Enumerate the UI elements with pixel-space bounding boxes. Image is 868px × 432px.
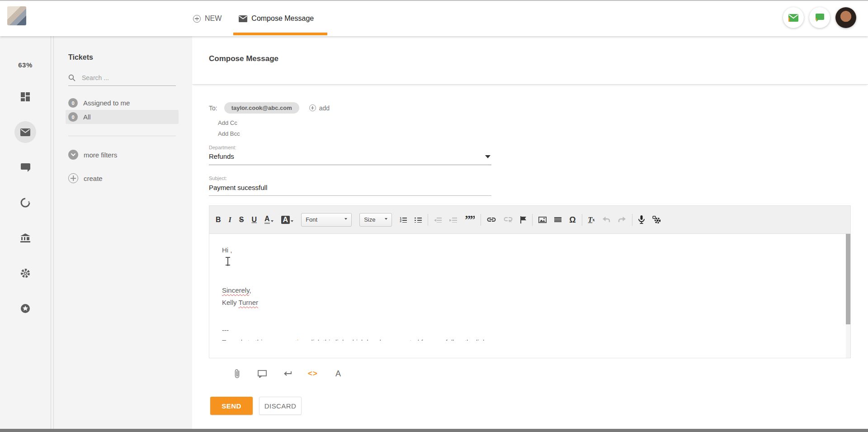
add-cc-button[interactable]: Add Cc	[218, 119, 237, 126]
sidebar-item-dashboard[interactable]	[14, 86, 36, 108]
app-logo[interactable]	[7, 6, 26, 25]
create-ticket-button[interactable]: create	[68, 173, 176, 183]
add-bcc-button[interactable]: Add Bcc	[218, 130, 240, 137]
toolbar-separator	[582, 214, 582, 226]
tickets-panel: Tickets 0 Assigned to me 0 All	[54, 36, 192, 430]
rail-items	[14, 86, 36, 319]
horizontal-rule-button[interactable]	[554, 217, 561, 222]
insert-reply-button[interactable]	[281, 367, 294, 380]
return-arrow-icon	[283, 371, 292, 377]
chevron-down-icon	[385, 218, 387, 220]
undo-button[interactable]	[602, 217, 610, 223]
settings-gear-icon	[20, 268, 30, 278]
tab-new[interactable]: NEW	[192, 1, 222, 36]
undo-arrow-icon	[602, 217, 610, 223]
plugin-settings-button[interactable]	[652, 216, 661, 224]
image-button[interactable]	[538, 217, 547, 223]
chevron-down-icon	[344, 218, 347, 220]
signature-line-2: Kelly Turner	[222, 296, 832, 309]
plain-text-toggle[interactable]: A	[332, 367, 344, 380]
filter-all-label: All	[83, 113, 91, 121]
mail-notification-button[interactable]	[783, 7, 804, 28]
indent-button[interactable]	[449, 217, 457, 223]
add-recipient-button[interactable]: add	[309, 104, 330, 112]
text-color-button[interactable]: A	[264, 215, 274, 224]
attach-file-button[interactable]	[231, 367, 243, 380]
background-color-button[interactable]: A	[281, 216, 294, 224]
tickets-title: Tickets	[68, 53, 176, 62]
plus-circle-icon	[68, 173, 78, 183]
more-filters-button[interactable]: more filters	[68, 150, 176, 160]
size-combo-label: Size	[364, 216, 375, 223]
rail-scrollbar[interactable]	[51, 36, 54, 430]
ticket-search	[68, 74, 176, 86]
unordered-list-button[interactable]	[415, 217, 422, 223]
remove-format-x: x	[592, 218, 594, 222]
unlink-button[interactable]	[504, 217, 513, 223]
link-button[interactable]	[487, 217, 496, 222]
viewport-bottom-edge	[0, 429, 868, 432]
editor-content[interactable]: Hi , Sincerely, Kelly Turner --- To repl…	[209, 234, 850, 358]
recipient-chip[interactable]: taylor.cook@abc.com	[224, 102, 299, 114]
editor-scrollbar-thumb[interactable]	[846, 234, 850, 324]
app-window: NEW Compose Message 63%	[0, 0, 868, 432]
user-avatar[interactable]	[835, 7, 856, 28]
chat-notification-button[interactable]	[809, 7, 830, 28]
outdent-button[interactable]	[434, 217, 442, 223]
unlink-icon	[504, 217, 513, 223]
link-icon	[487, 217, 496, 222]
dictation-button[interactable]	[638, 215, 645, 224]
plugin-gear-icon	[652, 216, 661, 224]
assigned-count-badge: 0	[68, 98, 78, 108]
top-tabs: NEW Compose Message	[192, 1, 315, 36]
subject-input[interactable]	[209, 181, 491, 196]
filter-assigned-to-me[interactable]: 0 Assigned to me	[66, 96, 179, 110]
envelope-icon	[239, 15, 247, 22]
plus-circle-icon	[309, 104, 316, 111]
panel-divider	[68, 136, 176, 136]
search-input[interactable]	[82, 74, 159, 81]
toolbar-separator	[481, 214, 481, 226]
font-combo[interactable]: Font	[301, 213, 352, 227]
tab-compose-message[interactable]: Compose Message	[238, 1, 315, 36]
underline-button[interactable]: U	[251, 216, 257, 223]
footer-text: To reply to this	[222, 338, 268, 341]
sidebar-item-chat[interactable]	[14, 157, 36, 178]
sidebar-item-bank[interactable]	[14, 227, 36, 249]
add-note-button[interactable]	[256, 367, 269, 380]
signature-line-1: Sincerely,	[222, 284, 832, 296]
sidebar-item-settings[interactable]	[14, 262, 36, 284]
sidebar-item-sync[interactable]	[14, 192, 36, 214]
greeting-line: Hi ,	[222, 244, 832, 256]
special-char-button[interactable]: Ω	[569, 216, 576, 224]
compose-form: To: taylor.cook@abc.com add Add Cc Add B…	[192, 102, 868, 196]
italic-button[interactable]: I	[229, 216, 231, 223]
editor-scrollbar[interactable]	[846, 234, 850, 358]
department-select[interactable]: Refunds	[209, 150, 491, 165]
mail-notification-icon	[788, 14, 799, 22]
discard-button[interactable]: DISCARD	[259, 397, 302, 415]
source-code-toggle[interactable]: <>	[307, 367, 319, 380]
redo-button[interactable]	[618, 217, 626, 223]
footer-text: click this link which has been created f…	[306, 338, 486, 341]
ordered-list-button[interactable]	[400, 217, 407, 223]
top-bar: NEW Compose Message	[0, 1, 868, 36]
image-icon	[538, 217, 547, 223]
size-combo[interactable]: Size	[359, 213, 392, 227]
filter-assigned-label: Assigned to me	[83, 99, 130, 107]
blockquote-button[interactable]: ””	[465, 216, 475, 224]
remove-format-button[interactable]: Tx	[588, 216, 595, 223]
bold-button[interactable]: B	[216, 216, 221, 223]
signature-name: Kelly	[222, 299, 238, 306]
filter-all[interactable]: 0 All	[66, 110, 179, 124]
anchor-button[interactable]	[520, 216, 526, 223]
anchor-flag-icon	[520, 216, 526, 223]
strikethrough-button[interactable]: S	[239, 216, 244, 223]
send-button[interactable]: SEND	[210, 397, 253, 415]
department-label: Department:	[209, 145, 868, 150]
sidebar-item-email[interactable]	[14, 121, 36, 143]
redo-arrow-icon	[618, 217, 626, 223]
comment-bubble-icon	[258, 370, 267, 378]
sidebar-item-star[interactable]	[14, 298, 36, 319]
footer-link[interactable]: conversation	[268, 338, 306, 341]
